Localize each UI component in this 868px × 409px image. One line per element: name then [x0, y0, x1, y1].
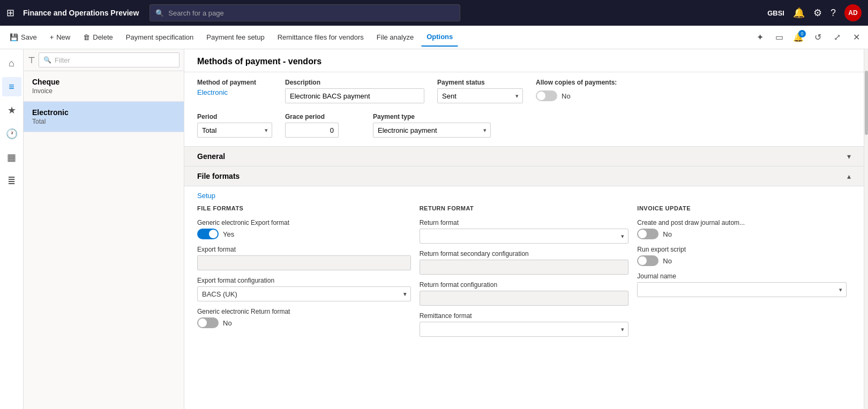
- file-formats-section-header[interactable]: File formats ▴: [184, 166, 864, 186]
- nav-workspace[interactable]: ▦: [2, 148, 21, 167]
- general-section-header[interactable]: General ▾: [184, 146, 864, 166]
- generic-return-toggle[interactable]: [197, 317, 219, 328]
- list-item-cheque[interactable]: Cheque Invoice: [24, 71, 184, 102]
- commandbar: 💾 Save + New 🗑 Delete Payment specificat…: [0, 26, 868, 49]
- payment-type-label: Payment type: [373, 113, 491, 120]
- filter-input-wrapper[interactable]: 🔍: [39, 52, 179, 67]
- delete-button[interactable]: 🗑 Delete: [78, 28, 118, 47]
- return-format-config-group: Return format configuration: [420, 281, 629, 306]
- generic-return-label: Generic electronic Return format: [197, 308, 411, 315]
- search-icon: 🔍: [155, 9, 164, 17]
- payment-status-select-wrapper[interactable]: Sent None Received: [437, 88, 523, 103]
- period-select-wrapper[interactable]: Total Invoice Date: [197, 123, 272, 138]
- return-format-secondary-input[interactable]: [420, 260, 629, 275]
- export-format-config-label: Export format configuration: [197, 277, 411, 284]
- export-format-input[interactable]: [197, 255, 411, 270]
- export-format-config-input[interactable]: [197, 286, 411, 301]
- journal-name-label: Journal name: [637, 272, 847, 280]
- remittance-format-select[interactable]: [420, 322, 629, 337]
- new-button[interactable]: + New: [44, 28, 76, 47]
- general-section-title: General: [197, 152, 225, 161]
- scrollbar-thumb[interactable]: [865, 71, 868, 135]
- setup-link[interactable]: Setup: [184, 186, 864, 205]
- scrollbar-track: [864, 49, 868, 409]
- generic-export-label: Generic electronic Export format: [197, 219, 411, 226]
- region-label: GBSI: [767, 9, 784, 17]
- export-format-config-wrapper[interactable]: ▾: [197, 286, 411, 301]
- options-button[interactable]: Options: [421, 28, 458, 47]
- save-button[interactable]: 💾 Save: [4, 28, 42, 47]
- allow-copies-toggle[interactable]: [536, 90, 557, 101]
- journal-name-select-wrapper[interactable]: [637, 282, 847, 297]
- description-label: Description: [285, 79, 424, 86]
- ff-col2-header: Return format: [420, 205, 629, 214]
- nav-star[interactable]: ★: [2, 101, 21, 120]
- return-format-select-wrapper[interactable]: [420, 229, 629, 244]
- generic-export-toggle-row: Yes: [197, 229, 411, 239]
- generic-return-group: Generic electronic Return format No: [197, 308, 411, 328]
- sparkle-icon[interactable]: ✦: [752, 30, 767, 45]
- payment-type-select-wrapper[interactable]: Electronic payment Check Other: [373, 123, 491, 138]
- remittance-format-select-wrapper[interactable]: [420, 322, 629, 337]
- export-format-group: Export format: [197, 246, 411, 270]
- file-analyze-button[interactable]: File analyze: [371, 28, 419, 47]
- main-layout: ⌂ ≡ ★ 🕐 ▦ ≣ ⊤ 🔍 Cheque Invoice Electroni…: [0, 49, 868, 409]
- generic-return-value: No: [223, 319, 232, 327]
- filter-icon[interactable]: ⊤: [28, 55, 35, 65]
- payment-spec-button[interactable]: Payment specification: [121, 28, 199, 47]
- close-icon[interactable]: ✕: [849, 30, 864, 45]
- method-of-payment-value[interactable]: Electronic: [197, 88, 272, 96]
- refresh-icon[interactable]: ↺: [810, 30, 825, 45]
- filter-input[interactable]: [55, 56, 175, 64]
- settings-icon[interactable]: ⚙: [813, 7, 822, 19]
- return-format-config-input[interactable]: [420, 291, 629, 306]
- notification-icon[interactable]: 🔔 0: [791, 30, 806, 45]
- search-input[interactable]: [168, 9, 454, 17]
- avatar[interactable]: AD: [844, 4, 862, 21]
- nav-analytics[interactable]: ≣: [2, 171, 21, 191]
- return-format-config-label: Return format configuration: [420, 281, 629, 289]
- create-post-toggle[interactable]: [637, 229, 659, 239]
- detail-panel: Methods of payment - vendors Method of p…: [184, 49, 864, 409]
- payment-status-group: Payment status Sent None Received: [437, 79, 523, 103]
- period-select[interactable]: Total Invoice Date: [197, 123, 272, 138]
- nav-list[interactable]: ≡: [2, 77, 21, 96]
- export-format-config-group: Export format configuration ▾: [197, 277, 411, 301]
- payment-type-select[interactable]: Electronic payment Check Other: [373, 123, 491, 138]
- ff-col-1: FILE FORMATS Generic electronic Export f…: [197, 205, 415, 343]
- allow-copies-group: Allow copies of payments: No: [536, 79, 617, 101]
- search-box[interactable]: 🔍: [149, 4, 460, 21]
- delete-icon: 🗑: [83, 33, 90, 41]
- nav-recent[interactable]: 🕐: [2, 124, 21, 143]
- nav-home[interactable]: ⌂: [2, 54, 21, 73]
- description-input[interactable]: [285, 88, 424, 103]
- remittance-files-button[interactable]: Remittance files for vendors: [272, 28, 369, 47]
- ff-grid: FILE FORMATS Generic electronic Export f…: [184, 205, 864, 352]
- panel-icon[interactable]: ▭: [772, 30, 787, 45]
- grace-period-input[interactable]: [285, 123, 339, 138]
- journal-name-select[interactable]: [637, 282, 847, 297]
- grid-icon[interactable]: ⊞: [6, 7, 14, 19]
- payment-type-group: Payment type Electronic payment Check Ot…: [373, 113, 491, 138]
- return-format-select[interactable]: [420, 229, 629, 244]
- export-format-label: Export format: [197, 246, 411, 253]
- grace-period-label: Grace period: [285, 113, 360, 120]
- period-label: Period: [197, 113, 272, 120]
- expand-icon[interactable]: ⤢: [829, 30, 844, 45]
- generic-export-value: Yes: [223, 230, 234, 238]
- run-export-label: Run export script: [637, 246, 847, 253]
- fields-row-1: Method of payment Electronic Description…: [184, 72, 864, 107]
- generic-export-toggle[interactable]: [197, 229, 219, 239]
- help-icon[interactable]: ?: [830, 7, 836, 19]
- payment-status-select[interactable]: Sent None Received: [437, 88, 523, 103]
- payment-fee-button[interactable]: Payment fee setup: [201, 28, 270, 47]
- detail-title: Methods of payment - vendors: [197, 57, 851, 66]
- method-of-payment-group: Method of payment Electronic: [197, 79, 272, 96]
- list-item-electronic[interactable]: Electronic Total: [24, 102, 184, 132]
- topbar-right: GBSI 🔔 ⚙ ? AD: [767, 4, 862, 21]
- grace-period-group: Grace period: [285, 113, 360, 138]
- create-post-toggle-row: No: [637, 229, 847, 239]
- ff-col-3: INVOICE UPDATE Create and post draw jour…: [633, 205, 851, 343]
- bell-icon[interactable]: 🔔: [793, 7, 805, 19]
- run-export-toggle[interactable]: [637, 255, 659, 266]
